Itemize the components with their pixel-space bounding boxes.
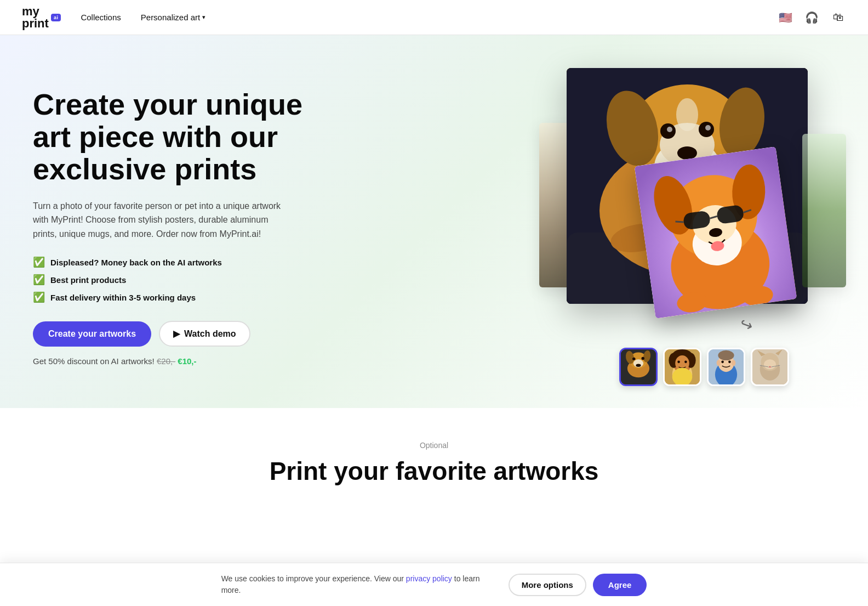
check-icon-2: ✅: [33, 274, 45, 286]
headset-icon[interactable]: 🎧: [803, 9, 821, 26]
flag-us-icon[interactable]: 🇺🇸: [778, 12, 793, 23]
price-new: €10,-: [178, 356, 196, 366]
nav-right: 🇺🇸 🎧 🛍: [778, 9, 846, 26]
section-print-artworks: Optional Print your favorite artworks: [0, 408, 868, 508]
svg-point-14: [676, 98, 698, 131]
check-icon-1: ✅: [33, 256, 45, 268]
logo-text: my print: [22, 5, 49, 30]
thumbnail-dog[interactable]: [619, 348, 658, 386]
hero-feature-list: ✅ Displeased? Money back on the AI artwo…: [33, 256, 318, 303]
side-photo-right: [802, 134, 846, 287]
ai-art-print: [635, 146, 797, 318]
art-print-artwork: [635, 146, 797, 318]
nav-collections-link[interactable]: Collections: [81, 13, 121, 22]
nav-personalized-art-dropdown[interactable]: Personalized art ▾: [141, 13, 205, 22]
play-icon: ▶: [173, 329, 180, 339]
svg-point-12: [705, 125, 711, 131]
svg-point-60: [728, 361, 731, 364]
hero-description: Turn a photo of your favorite person or …: [33, 199, 285, 241]
svg-point-42: [632, 358, 635, 360]
hero-title: Create your unique art piece with our ex…: [33, 88, 318, 186]
svg-point-43: [641, 357, 644, 360]
feature-best-print: ✅ Best print products: [33, 274, 318, 286]
section-optional-label: Optional: [22, 441, 846, 450]
discount-text: Get 50% discount on AI artworks! €20,- €…: [33, 356, 318, 366]
hero-action-buttons: Create your artworks ▶ Watch demo: [33, 321, 318, 347]
thumbnail-strip: [619, 348, 789, 386]
nav-left: my print ai Collections Personalized art…: [22, 5, 205, 30]
svg-point-59: [721, 361, 724, 364]
svg-point-54: [672, 368, 693, 386]
thumbnail-cat[interactable]: [751, 348, 789, 386]
chevron-down-icon: ▾: [202, 14, 205, 21]
feature-fast-delivery: ✅ Fast delivery within 3-5 working days: [33, 291, 318, 303]
hero-content: Create your unique art piece with our ex…: [33, 88, 318, 366]
hero-image-collage: ↩: [528, 68, 846, 386]
svg-point-52: [677, 361, 680, 364]
svg-point-62: [732, 360, 735, 366]
svg-point-68: [764, 359, 776, 369]
svg-point-58: [718, 350, 734, 360]
logo-icon: my print ai: [22, 5, 61, 30]
price-old: €20,-: [157, 356, 175, 366]
svg-point-44: [636, 364, 641, 367]
create-artworks-button[interactable]: Create your artworks: [33, 321, 151, 347]
check-icon-3: ✅: [33, 291, 45, 303]
feature-money-back: ✅ Displeased? Money back on the AI artwo…: [33, 256, 318, 268]
svg-point-61: [717, 360, 721, 366]
cart-icon[interactable]: 🛍: [831, 9, 846, 26]
watch-demo-button[interactable]: ▶ Watch demo: [159, 321, 250, 347]
section-title: Print your favorite artworks: [22, 456, 846, 486]
hero-section: Create your unique art piece with our ex…: [0, 35, 868, 408]
curve-arrow-icon: ↩: [738, 314, 756, 336]
logo-badge: ai: [51, 14, 61, 21]
svg-point-53: [684, 361, 687, 364]
thumbnail-man[interactable]: [707, 348, 745, 386]
thumbnail-child[interactable]: [663, 348, 701, 386]
svg-point-11: [667, 127, 672, 132]
logo[interactable]: my print ai: [22, 5, 61, 30]
navbar: my print ai Collections Personalized art…: [0, 0, 868, 35]
